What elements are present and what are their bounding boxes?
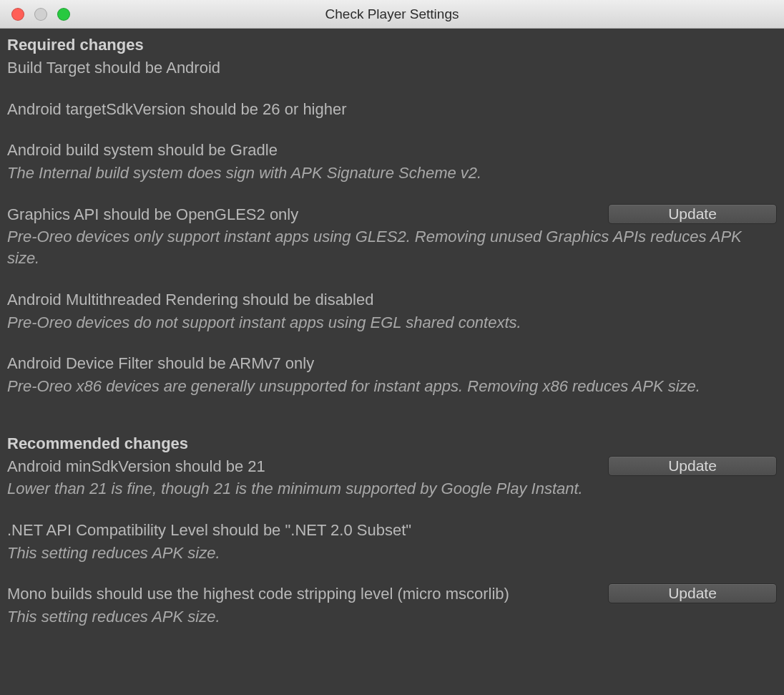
recommended-item: Mono builds should use the highest code … [7, 583, 777, 627]
recommended-item: Android minSdkVersion should be 21 Updat… [7, 456, 777, 500]
required-item: Android Multithreaded Rendering should b… [7, 289, 777, 333]
update-button[interactable]: Update [608, 583, 777, 603]
recommended-changes-heading: Recommended changes [7, 434, 777, 453]
item-title: .NET API Compatibility Level should be "… [7, 520, 777, 541]
zoom-window-button[interactable] [57, 8, 70, 21]
item-description: This setting reduces APK size. [7, 606, 758, 628]
close-window-button[interactable] [11, 8, 24, 21]
item-title: Build Target should be Android [7, 57, 777, 79]
update-button[interactable]: Update [608, 204, 777, 224]
required-item: Android targetSdkVersion should be 26 or… [7, 99, 777, 120]
item-description: The Internal build system does sign with… [7, 162, 758, 184]
item-title: Android minSdkVersion should be 21 [7, 456, 597, 477]
item-description: Lower than 21 is fine, though 21 is the … [7, 478, 758, 500]
window-titlebar: Check Player Settings [0, 0, 784, 29]
item-title: Android Multithreaded Rendering should b… [7, 289, 777, 311]
item-description: Pre-Oreo devices do not support instant … [7, 312, 758, 334]
required-item: Android Device Filter should be ARMv7 on… [7, 353, 777, 397]
item-description: This setting reduces APK size. [7, 543, 758, 564]
item-title: Graphics API should be OpenGLES2 only [7, 204, 597, 225]
item-title: Android targetSdkVersion should be 26 or… [7, 99, 777, 120]
required-item: Build Target should be Android [7, 57, 777, 79]
item-title: Android Device Filter should be ARMv7 on… [7, 353, 777, 374]
traffic-lights [0, 8, 70, 21]
item-description: Pre-Oreo x86 devices are generally unsup… [7, 376, 758, 397]
required-item: Android build system should be Gradle Th… [7, 140, 777, 183]
item-title: Mono builds should use the highest code … [7, 583, 597, 605]
required-item: Graphics API should be OpenGLES2 only Up… [7, 204, 777, 269]
content-area: Required changes Build Target should be … [0, 29, 784, 695]
window-title: Check Player Settings [0, 6, 784, 22]
item-description: Pre-Oreo devices only support instant ap… [7, 226, 758, 268]
required-changes-heading: Required changes [7, 36, 777, 54]
minimize-window-button[interactable] [34, 8, 47, 21]
recommended-item: .NET API Compatibility Level should be "… [7, 520, 777, 563]
item-title: Android build system should be Gradle [7, 140, 777, 161]
update-button[interactable]: Update [608, 456, 777, 476]
